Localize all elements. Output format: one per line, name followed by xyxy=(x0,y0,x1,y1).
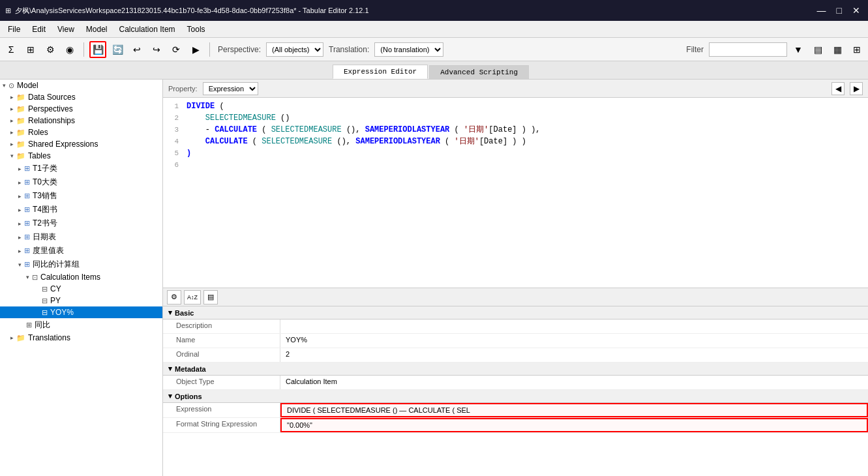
line-content: ) xyxy=(184,147,868,159)
tab-advanced-scripting[interactable]: Advanced Scripting xyxy=(429,65,529,79)
deploy-button[interactable]: 🔄 xyxy=(109,41,126,58)
tree-label-model: Model xyxy=(17,81,38,90)
tree-label-tables: Tables xyxy=(28,151,51,160)
tab-expression-editor[interactable]: Expression Editor xyxy=(333,65,428,79)
calc-item-icon: ⊟ xyxy=(42,285,48,293)
line-number: 3 xyxy=(163,124,184,136)
nav-back-button[interactable]: ◀ xyxy=(831,82,845,95)
tree-item-yoy[interactable]: ⊟ YOY% xyxy=(0,306,162,318)
app-icon: ⊞ xyxy=(5,7,11,15)
tree-item-measure[interactable]: ▸ ⊞ 度里值表 xyxy=(0,244,162,258)
window-controls[interactable]: — □ ✕ xyxy=(815,5,863,16)
tree-item-tables[interactable]: ▾ 📁 Tables xyxy=(0,150,162,162)
save-button[interactable]: 💾 xyxy=(89,41,106,58)
calc-item-icon: ⊟ xyxy=(42,308,48,317)
view-icon3[interactable]: ⊞ xyxy=(848,41,865,58)
tree-label-tongbi: 同比的计算组 xyxy=(33,259,80,270)
props-val-object-type: Calculation Item xyxy=(280,376,868,389)
tree-item-roles[interactable]: ▸ 📁 Roles xyxy=(0,126,162,138)
sigma-button[interactable]: Σ xyxy=(3,41,20,58)
section-metadata[interactable]: ▾ Metadata xyxy=(163,363,868,376)
table-button[interactable]: ⊞ xyxy=(22,41,39,58)
tree-item-cy[interactable]: ⊟ CY xyxy=(0,283,162,295)
tree-item-t4[interactable]: ▸ ⊞ T4图书 xyxy=(0,203,162,216)
props-sort-button[interactable]: ⚙ xyxy=(167,290,181,305)
tree-item-model[interactable]: ▾ ⊙ Model xyxy=(0,80,162,91)
filter-input[interactable] xyxy=(709,42,787,57)
expand-arrow: ▸ xyxy=(10,129,14,136)
query-button[interactable]: ▶ xyxy=(187,41,204,58)
section-options[interactable]: ▾ Options xyxy=(163,390,868,403)
menu-view[interactable]: View xyxy=(52,23,80,35)
tree-item-t1[interactable]: ▸ ⊞ T1子类 xyxy=(0,162,162,175)
table-icon: ⊞ xyxy=(24,233,30,241)
tree-label-t4: T4图书 xyxy=(33,204,57,215)
undo-button[interactable]: ↩ xyxy=(128,41,145,58)
props-val-expression[interactable]: DIVIDE ( SELECTEDMEASURE () — CALCULATE … xyxy=(280,403,868,417)
view-icon2[interactable]: ▦ xyxy=(829,41,846,58)
props-val-format-string[interactable]: "0.00%" xyxy=(280,418,868,432)
kpi-button[interactable]: ◉ xyxy=(61,41,78,58)
tree-item-t0[interactable]: ▸ ⊞ T0大类 xyxy=(0,175,162,189)
refresh-button[interactable]: ⟳ xyxy=(168,41,185,58)
menu-calculation-item[interactable]: Calculation Item xyxy=(114,23,181,35)
props-val-ordinal[interactable]: 2 xyxy=(280,348,868,362)
tree-item-tongbi2[interactable]: ⊞ 同比 xyxy=(0,318,162,332)
expand-arrow: ▸ xyxy=(10,94,14,100)
menu-file[interactable]: File xyxy=(3,23,25,35)
tree-label-measure: 度里值表 xyxy=(33,245,64,256)
props-val-description[interactable] xyxy=(280,320,868,333)
table-icon: ⊞ xyxy=(24,260,30,269)
code-editor[interactable]: 1 DIVIDE ( 2 SELECTEDMEASURE () 3 - CALC… xyxy=(163,98,868,288)
props-row-expression: Expression DIVIDE ( SELECTEDMEASURE () —… xyxy=(163,403,868,418)
tree-item-t2[interactable]: ▸ ⊞ T2书号 xyxy=(0,216,162,230)
expand-arrow: ▾ xyxy=(3,82,6,89)
redo-button[interactable]: ↪ xyxy=(148,41,165,58)
tree-item-translations[interactable]: ▸ 📁 Translations xyxy=(0,332,162,344)
props-filter-button[interactable]: ▤ xyxy=(203,290,218,305)
props-row-description: Description xyxy=(163,320,868,334)
tree-item-shared-expressions[interactable]: ▸ 📁 Shared Expressions xyxy=(0,138,162,150)
section-basic[interactable]: ▾ Basic xyxy=(163,306,868,320)
menu-tools[interactable]: Tools xyxy=(182,23,211,35)
props-row-object-type: Object Type Calculation Item xyxy=(163,376,868,390)
tree-item-date[interactable]: ▸ ⊞ 日期表 xyxy=(0,230,162,244)
calc-item-icon: ⊟ xyxy=(42,297,48,305)
menu-model[interactable]: Model xyxy=(81,23,113,35)
code-line-3: 3 - CALCULATE ( SELECTEDMEASURE (), SAME… xyxy=(163,124,868,136)
maximize-button[interactable]: □ xyxy=(834,5,845,16)
filter-icon[interactable]: ▼ xyxy=(790,41,807,58)
nav-forward-button[interactable]: ▶ xyxy=(850,82,863,95)
menu-edit[interactable]: Edit xyxy=(27,23,51,35)
tree-item-tongbi[interactable]: ▾ ⊞ 同比的计算组 xyxy=(0,258,162,271)
translation-select[interactable]: (No translation) xyxy=(374,42,443,57)
props-val-name[interactable]: YOY% xyxy=(280,334,868,348)
tree-item-t3[interactable]: ▸ ⊞ T3销售 xyxy=(0,189,162,203)
view-icon1[interactable]: ▤ xyxy=(809,41,826,58)
toolbar: Σ ⊞ ⚙ ◉ 💾 🔄 ↩ ↪ ⟳ ▶ Perspective: (All ob… xyxy=(0,38,868,61)
collapse-icon: ▾ xyxy=(168,308,172,317)
tree-item-data-sources[interactable]: ▸ 📁 Data Sources xyxy=(0,91,162,103)
tree-item-calc-items[interactable]: ▾ ⊡ Calculation Items xyxy=(0,271,162,283)
expand-arrow: ▾ xyxy=(26,274,29,280)
tree-item-py[interactable]: ⊟ PY xyxy=(0,295,162,306)
hierarchy-button[interactable]: ⚙ xyxy=(42,41,59,58)
code-line-6: 6 xyxy=(163,159,868,171)
tree-label-roles: Roles xyxy=(28,128,48,137)
tree-label-t0: T0大类 xyxy=(33,177,57,188)
calc-group-icon: ⊡ xyxy=(32,273,38,282)
props-az-button[interactable]: A↕Z xyxy=(184,290,201,305)
tree-label-date: 日期表 xyxy=(33,231,56,243)
perspective-select[interactable]: (All objects) xyxy=(266,42,323,57)
tree-item-perspectives[interactable]: ▸ 📁 Perspectives xyxy=(0,103,162,115)
section-basic-label: Basic xyxy=(175,309,194,317)
property-select[interactable]: Expression xyxy=(203,82,258,95)
translation-label: Translation: xyxy=(329,45,369,54)
tree-item-relationships[interactable]: ▸ 📁 Relationships xyxy=(0,115,162,126)
close-button[interactable]: ✕ xyxy=(850,5,863,16)
folder-icon: 📁 xyxy=(16,128,25,137)
properties-panel: ▾ Basic Description Name YOY% Ordinal 2 … xyxy=(163,306,868,476)
props-key-ordinal: Ordinal xyxy=(163,348,280,362)
minimize-button[interactable]: — xyxy=(815,5,829,16)
expand-arrow: ▸ xyxy=(10,106,14,112)
